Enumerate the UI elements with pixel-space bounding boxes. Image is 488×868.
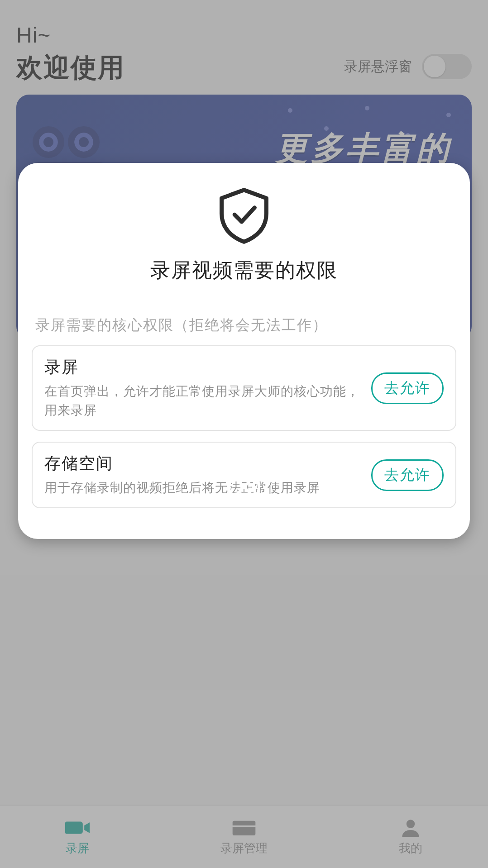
permission-name: 录屏 bbox=[44, 356, 361, 378]
close-dialog-button[interactable] bbox=[228, 471, 260, 503]
dialog-title: 录屏视频需要的权限 bbox=[32, 257, 456, 284]
modal-overlay: 录屏视频需要的权限 录屏需要的核心权限（拒绝将会无法工作） 录屏 在首页弹出，允… bbox=[0, 0, 488, 868]
allow-storage-button[interactable]: 去允许 bbox=[371, 459, 444, 491]
permission-name: 存储空间 bbox=[44, 453, 361, 475]
allow-record-button[interactable]: 去允许 bbox=[371, 372, 444, 404]
permission-card-record: 录屏 在首页弹出，允许才能正常使用录屏大师的核心功能，用来录屏 去允许 bbox=[32, 345, 456, 431]
permission-desc: 用于存储录制的视频拒绝后将无法正常使用录屏 bbox=[44, 478, 361, 497]
permission-text: 存储空间 用于存储录制的视频拒绝后将无法正常使用录屏 bbox=[44, 453, 361, 497]
shield-check-icon bbox=[32, 186, 456, 245]
permission-text: 录屏 在首页弹出，允许才能正常使用录屏大师的核心功能，用来录屏 bbox=[44, 356, 361, 420]
close-icon bbox=[235, 478, 253, 496]
dialog-subtitle: 录屏需要的核心权限（拒绝将会无法工作） bbox=[35, 315, 453, 335]
permission-desc: 在首页弹出，允许才能正常使用录屏大师的核心功能，用来录屏 bbox=[44, 382, 361, 420]
